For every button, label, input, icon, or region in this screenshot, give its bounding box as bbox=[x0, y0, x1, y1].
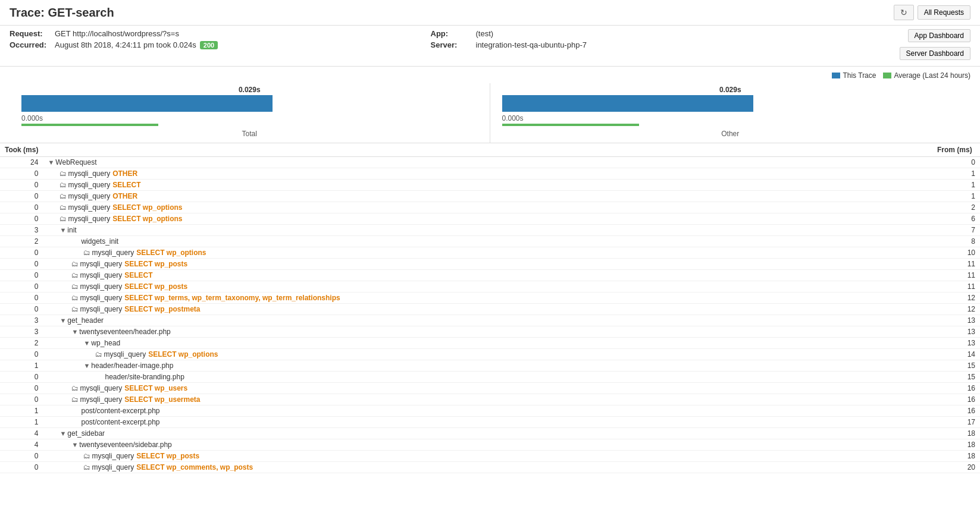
cell-name: 🗂 mysqli_query SELECT wp_terms, wp_term_… bbox=[43, 293, 932, 304]
server-dashboard-button[interactable]: Server Dashboard bbox=[900, 47, 970, 60]
table-row: 0🗂 mysqli_query SELECT wp_postmeta12 bbox=[0, 304, 980, 315]
cell-took: 0 bbox=[0, 259, 43, 270]
db-icon: 🗂 bbox=[60, 169, 67, 178]
query-type: SELECT wp_options bbox=[148, 350, 218, 359]
db-icon: 🗂 bbox=[60, 192, 67, 200]
cell-from: 12 bbox=[932, 304, 980, 315]
node-name: twentyseventeen/header.php bbox=[79, 328, 170, 336]
cell-took: 0 bbox=[0, 349, 43, 360]
legend-avg: Average (Last 24 hours) bbox=[883, 71, 970, 80]
node-name: mysqli_query bbox=[80, 305, 122, 313]
cell-name: 🗂 mysqli_query SELECT wp_options bbox=[43, 213, 932, 225]
cell-name: 🗂 mysqli_query SELECT wp_comments, wp_po… bbox=[43, 462, 932, 473]
cell-name: widgets_init bbox=[43, 236, 932, 247]
cell-name: ▼ header/header-image.php bbox=[43, 360, 932, 372]
cell-name: 🗂 mysqli_query SELECT wp_usermeta bbox=[43, 394, 932, 405]
db-icon: 🗂 bbox=[71, 395, 79, 404]
cell-took: 0 bbox=[0, 394, 43, 405]
cell-from: 13 bbox=[932, 315, 980, 326]
table-row: 0🗂 mysqli_query SELECT wp_posts11 bbox=[0, 281, 980, 293]
bar-trace bbox=[21, 95, 273, 112]
chart-col-total: 0.029s 0.000s Total bbox=[10, 83, 490, 143]
node-name: mysqli_query bbox=[68, 203, 110, 212]
cell-name: post/content-excerpt.php bbox=[43, 417, 932, 428]
status-badge: 200 bbox=[200, 41, 218, 49]
db-icon: 🗂 bbox=[71, 260, 79, 268]
trace-table-container: Took (ms) From (ms) 24▼ WebRequest00🗂 my… bbox=[0, 143, 980, 473]
table-row: 1post/content-excerpt.php16 bbox=[0, 405, 980, 417]
expand-arrow-icon[interactable]: ▼ bbox=[60, 430, 66, 437]
table-row: 0🗂 mysqli_query SELECT wp_users16 bbox=[0, 383, 980, 394]
all-requests-button[interactable]: All Requests bbox=[918, 5, 970, 20]
db-icon: 🗂 bbox=[83, 463, 90, 471]
cell-name: 🗂 mysqli_query SELECT bbox=[43, 180, 932, 191]
cell-from: 17 bbox=[932, 417, 980, 428]
cell-took: 3 bbox=[0, 315, 43, 326]
expand-arrow-icon[interactable]: ▼ bbox=[60, 317, 66, 324]
db-icon: 🗂 bbox=[95, 350, 102, 359]
cell-from: 11 bbox=[932, 281, 980, 293]
cell-name: 🗂 mysqli_query SELECT wp_posts bbox=[43, 281, 932, 293]
legend-trace-box bbox=[832, 73, 840, 78]
cell-name: ▼ WebRequest bbox=[43, 157, 932, 168]
request-line: Request: GET http://localhost/wordpress/… bbox=[10, 29, 428, 38]
server-line: Server: integration-test-qa-ubuntu-php-7 bbox=[431, 40, 850, 49]
node-name: mysqli_query bbox=[68, 169, 110, 178]
app-value: (test) bbox=[476, 29, 494, 38]
cell-took: 24 bbox=[0, 157, 43, 168]
server-value: integration-test-qa-ubuntu-php-7 bbox=[476, 40, 587, 49]
expand-arrow-icon[interactable]: ▼ bbox=[71, 441, 78, 448]
cell-name: 🗂 mysqli_query SELECT wp_options bbox=[43, 247, 932, 259]
cell-took: 0 bbox=[0, 462, 43, 473]
cell-from: 14 bbox=[932, 349, 980, 360]
cell-name: 🗂 mysqli_query SELECT bbox=[43, 270, 932, 281]
expand-arrow-icon[interactable]: ▼ bbox=[71, 328, 78, 335]
cell-name: 🗂 mysqli_query OTHER bbox=[43, 168, 932, 180]
table-row: 0header/site-branding.php15 bbox=[0, 372, 980, 383]
node-name: mysqli_query bbox=[80, 294, 122, 302]
app-dashboard-button[interactable]: App Dashboard bbox=[908, 29, 970, 42]
expand-arrow-icon[interactable]: ▼ bbox=[83, 362, 90, 369]
expand-arrow-icon[interactable]: ▼ bbox=[83, 339, 90, 347]
query-type: SELECT wp_options bbox=[136, 249, 206, 257]
cell-name: ▼ twentyseventeen/header.php bbox=[43, 326, 932, 338]
request-label: Request: bbox=[10, 29, 51, 38]
cell-from: 11 bbox=[932, 259, 980, 270]
cell-took: 4 bbox=[0, 439, 43, 451]
cell-from: 2 bbox=[932, 202, 980, 213]
query-type: SELECT wp_posts bbox=[124, 282, 187, 291]
node-name: mysqli_query bbox=[80, 395, 122, 404]
db-icon: 🗂 bbox=[60, 215, 67, 223]
query-type: SELECT wp_comments, wp_posts bbox=[136, 463, 253, 471]
table-row: 0🗂 mysqli_query OTHER1 bbox=[0, 191, 980, 202]
cell-took: 0 bbox=[0, 293, 43, 304]
app-label: App: bbox=[431, 29, 472, 38]
cell-from: 10 bbox=[932, 247, 980, 259]
expand-arrow-icon[interactable]: ▼ bbox=[60, 227, 66, 234]
cell-took: 3 bbox=[0, 326, 43, 338]
chart-label: Total bbox=[242, 130, 257, 138]
node-name: mysqli_query bbox=[80, 271, 122, 279]
cell-name: post/content-excerpt.php bbox=[43, 405, 932, 417]
cell-from: 15 bbox=[932, 360, 980, 372]
cell-from: 20 bbox=[932, 462, 980, 473]
col-from: From (ms) bbox=[932, 143, 980, 157]
cell-took: 1 bbox=[0, 405, 43, 417]
query-type: SELECT bbox=[112, 181, 140, 189]
cell-took: 0 bbox=[0, 372, 43, 383]
cell-took: 1 bbox=[0, 417, 43, 428]
cell-from: 13 bbox=[932, 338, 980, 349]
trace-table: Took (ms) From (ms) 24▼ WebRequest00🗂 my… bbox=[0, 143, 980, 473]
legend-trace: This Trace bbox=[832, 71, 876, 80]
refresh-button[interactable]: ↻ bbox=[894, 5, 914, 20]
cell-name: ▼ get_header bbox=[43, 315, 932, 326]
app-line: App: (test) bbox=[431, 29, 850, 38]
node-name: mysqli_query bbox=[68, 192, 110, 200]
cell-from: 6 bbox=[932, 213, 980, 225]
trace-table-header: Took (ms) From (ms) bbox=[0, 143, 980, 157]
node-name: mysqli_query bbox=[104, 350, 146, 359]
expand-arrow-icon[interactable]: ▼ bbox=[48, 159, 54, 166]
query-type: SELECT wp_posts bbox=[124, 260, 187, 268]
node-name: init bbox=[67, 226, 76, 234]
query-type: OTHER bbox=[112, 192, 137, 200]
